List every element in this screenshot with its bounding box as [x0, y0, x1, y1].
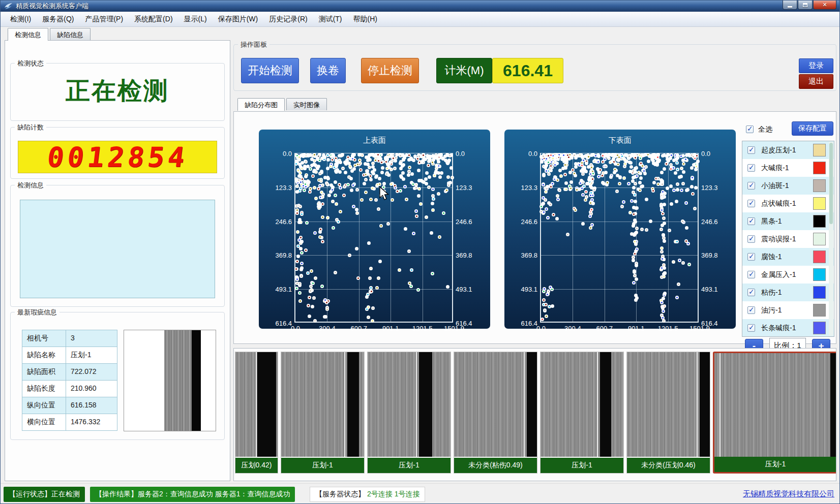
login-button[interactable]: 登录 — [799, 58, 833, 73]
scatter-point — [369, 178, 373, 181]
defect-checkbox[interactable] — [747, 164, 755, 172]
logout-button[interactable]: 退出 — [799, 74, 833, 89]
gridline-vertical — [573, 153, 573, 322]
defect-checkbox[interactable] — [747, 253, 755, 261]
menu-item[interactable]: 产品管理(P) — [79, 12, 129, 26]
scatter-point — [334, 194, 337, 197]
legend-item[interactable]: 粘伤-1 — [742, 284, 834, 301]
scatter-point — [656, 155, 659, 159]
legend-item[interactable]: 大碱痕-1 — [742, 159, 834, 177]
legend-item[interactable]: 点状碱痕-1 — [742, 195, 834, 212]
defect-checkbox[interactable] — [747, 235, 755, 243]
company-link[interactable]: 无锡精质视觉科技有限公司 — [743, 489, 834, 499]
maximize-button[interactable] — [798, 1, 813, 10]
y-axis-tick-label-right: 616.4 — [456, 320, 472, 327]
defect-checkbox[interactable] — [747, 200, 755, 207]
defect-checkbox[interactable] — [747, 289, 755, 296]
menu-item[interactable]: 测试(T) — [313, 12, 348, 26]
scatter-point — [295, 260, 299, 263]
menu-item[interactable]: 历史记录(R) — [263, 12, 313, 26]
gridline-horizontal — [295, 289, 452, 290]
defect-thumbnail[interactable]: 压划-1 — [540, 352, 624, 474]
scatter-point — [399, 189, 402, 193]
close-button[interactable]: ✕ — [813, 1, 836, 10]
defect-thumbnail[interactable]: 压划-1 — [367, 352, 451, 474]
scatter-point — [298, 189, 302, 193]
defect-count-group: 缺陷计数 0012854 — [10, 127, 225, 179]
defect-thumbnail[interactable]: 压划0.42) — [235, 352, 278, 474]
tab-defect-info[interactable]: 缺陷信息 — [50, 28, 91, 40]
y-axis-tick-label-right: 246.6 — [456, 217, 472, 225]
x-axis-tick-label: 0.0 — [536, 325, 546, 332]
defect-thumbnail[interactable]: 未分类(压划0.46) — [626, 352, 710, 474]
defect-thumbnail[interactable]: 压划-1 — [713, 352, 836, 474]
scatter-point — [391, 198, 394, 202]
select-all-checkbox[interactable] — [746, 125, 754, 133]
defect-checkbox[interactable] — [747, 182, 755, 190]
scatter-point — [348, 254, 351, 257]
latest-defect-group: 最新瑕疵信息 相机号3缺陷名称压划-1缺陷面积722.072缺陷长度210.96… — [10, 312, 225, 440]
start-detect-button[interactable]: 开始检测 — [241, 58, 299, 83]
tab-defect-distribution[interactable]: 缺陷分布图 — [237, 98, 285, 111]
legend-item[interactable]: 金属压入-1 — [742, 266, 834, 284]
defect-thumbnail[interactable]: 压划-1 — [281, 352, 365, 474]
scatter-point — [409, 285, 413, 288]
defect-checkbox[interactable] — [747, 324, 755, 332]
scatter-point — [370, 290, 373, 293]
scatter-point — [446, 285, 449, 289]
black-band — [527, 352, 537, 457]
scatter-point — [331, 158, 334, 162]
scatter-point — [622, 176, 626, 180]
legend-item[interactable]: 腐蚀-1 — [742, 248, 834, 266]
legend-scrollbar[interactable] — [829, 142, 833, 336]
defect-checkbox[interactable] — [747, 217, 755, 225]
legend-scrollbar-thumb[interactable] — [829, 143, 833, 224]
stop-detect-button[interactable]: 停止检测 — [361, 58, 419, 83]
scatter-point — [379, 224, 383, 228]
thumbnail-image — [541, 352, 623, 457]
scatter-point — [662, 319, 666, 323]
legend-item[interactable]: 油污-1 — [742, 301, 834, 319]
legend-item[interactable]: 长条碱痕-1 — [742, 319, 834, 337]
legend-item[interactable]: 小油斑-1 — [742, 177, 834, 195]
menu-item[interactable]: 帮助(H) — [348, 12, 383, 26]
defect-checkbox[interactable] — [747, 271, 755, 278]
menu-item[interactable]: 保存图片(W) — [213, 12, 264, 26]
scatter-point — [339, 210, 342, 213]
legend-item[interactable]: 黑条-1 — [742, 212, 834, 230]
menu-item[interactable]: 显示(L) — [178, 12, 213, 26]
defect-thumbnail[interactable]: 未分类(粘伤0.49) — [454, 352, 537, 474]
scatter-point — [675, 161, 679, 165]
menu-item[interactable]: 服务器(Q) — [37, 12, 79, 26]
scatter-point — [545, 314, 548, 318]
minimize-button[interactable] — [783, 1, 797, 10]
scatter-point — [552, 213, 555, 216]
scatter-point — [438, 175, 442, 179]
black-band — [419, 352, 432, 457]
gridline-vertical — [423, 153, 423, 322]
scatter-point — [403, 185, 407, 188]
scatter-point — [581, 222, 585, 226]
scatter-point — [444, 159, 447, 162]
tab-realtime-image[interactable]: 实时图像 — [286, 98, 327, 110]
legend-item[interactable]: 震动误报-1 — [742, 230, 834, 248]
window-title: 精质视觉检测系统客户端 — [16, 2, 88, 11]
defect-checkbox[interactable] — [747, 146, 755, 154]
scatter-point — [632, 176, 635, 179]
scatter-point — [367, 241, 371, 245]
title-bar: 精质视觉检测系统客户端 ✕ — [1, 1, 839, 12]
scatter-point — [678, 259, 681, 262]
defect-checkbox[interactable] — [747, 306, 755, 314]
x-axis-tick-label: 300.4 — [319, 325, 336, 332]
scatter-point — [549, 185, 553, 188]
tab-detect-info[interactable]: 检测信息 — [8, 28, 48, 41]
legend-item[interactable]: 起皮压划-1 — [742, 141, 834, 159]
menu-item[interactable]: 系统配置(D) — [129, 12, 178, 26]
detect-info-textbox[interactable] — [20, 200, 215, 298]
x-axis-tick-label: 300.4 — [564, 325, 581, 332]
detect-status-group: 检测状态 正在检测 — [10, 63, 225, 121]
save-config-button[interactable]: 保存配置 — [792, 121, 833, 136]
change-roll-button[interactable]: 换卷 — [310, 58, 346, 83]
scatter-point — [674, 171, 677, 175]
menu-item[interactable]: 检测(I) — [5, 12, 37, 26]
